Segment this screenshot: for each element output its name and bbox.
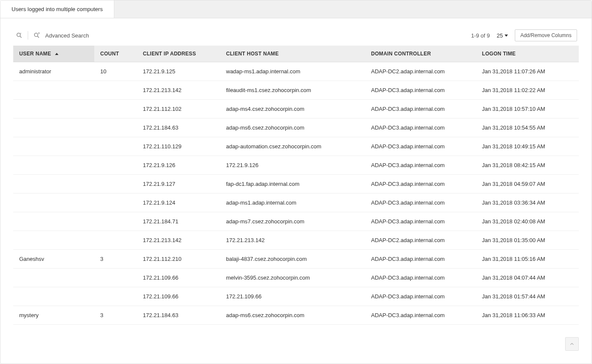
search-icon[interactable]: × xyxy=(15,31,23,40)
page-size-selector[interactable]: 25 xyxy=(496,32,508,39)
cell-host: adap-ms1.adap.internal.com xyxy=(220,194,365,212)
advanced-search-icon[interactable] xyxy=(32,31,41,40)
column-label: CLIENT IP ADDRESS xyxy=(143,51,196,57)
column-label: COUNT xyxy=(100,51,119,57)
svg-line-4 xyxy=(38,36,39,38)
cell-dc: ADAP-DC3.adap.internal.com xyxy=(365,81,476,100)
cell-ip: 172.21.110.129 xyxy=(137,137,220,156)
cell-time: Jan 31,2018 03:36:34 AM xyxy=(476,194,579,212)
cell-host: 172.21.109.66 xyxy=(220,287,365,306)
cell-user xyxy=(13,175,94,194)
cell-ip: 172.21.213.142 xyxy=(137,231,220,250)
cell-dc: ADAP-DC2.adap.internal.com xyxy=(365,231,476,250)
table-row[interactable]: 172.21.109.66melvin-3595.csez.zohocorpin… xyxy=(13,269,579,287)
column-header-client-host[interactable]: CLIENT HOST NAME xyxy=(220,46,365,62)
cell-host: fap-dc1.fap.adap.internal.com xyxy=(220,175,365,194)
cell-host: adap-ms7.csez.zohocorpin.com xyxy=(220,212,365,231)
cell-dc: ADAP-DC3.adap.internal.com xyxy=(365,137,476,156)
cell-ip: 172.21.109.66 xyxy=(137,269,220,287)
cell-user xyxy=(13,269,94,287)
cell-ip: 172.21.112.102 xyxy=(137,100,220,118)
toolbar-left: × Advanced Search xyxy=(15,31,89,40)
table-row[interactable]: 172.21.184.63adap-ms6.csez.zohocorpin.co… xyxy=(13,118,579,137)
cell-count xyxy=(94,81,137,100)
table-row[interactable]: 172.21.9.124adap-ms1.adap.internal.comAD… xyxy=(13,194,579,212)
scroll-to-top-button[interactable] xyxy=(565,337,579,351)
cell-host: balaji-4837.csez.zohocorpin.com xyxy=(220,250,365,269)
cell-count xyxy=(94,212,137,231)
cell-time: Jan 31,2018 02:40:08 AM xyxy=(476,212,579,231)
cell-count: 3 xyxy=(94,306,137,325)
cell-dc: ADAP-DC3.adap.internal.com xyxy=(365,269,476,287)
cell-ip: 172.21.184.63 xyxy=(137,118,220,137)
toolbar-divider xyxy=(28,31,28,40)
page-size-value: 25 xyxy=(496,32,502,39)
column-header-client-ip[interactable]: CLIENT IP ADDRESS xyxy=(137,46,220,62)
table-row[interactable]: administrator10172.21.9.125wadap-ms1.ada… xyxy=(13,62,579,81)
cell-count: 3 xyxy=(94,250,137,269)
pagination-info: 1-9 of 9 xyxy=(471,32,490,39)
table-row[interactable]: 172.21.213.142fileaudit-ms1.csez.zohocor… xyxy=(13,81,579,100)
add-remove-columns-button[interactable]: Add/Remove Columns xyxy=(515,29,577,41)
table-row[interactable]: 172.21.9.127fap-dc1.fap.adap.internal.co… xyxy=(13,175,579,194)
cell-count xyxy=(94,194,137,212)
cell-dc: ADAP-DC3.adap.internal.com xyxy=(365,156,476,175)
sort-ascending-icon xyxy=(55,53,58,55)
logon-table: USER NAME COUNT CLIENT IP ADDRESS CLIENT… xyxy=(13,46,579,325)
cell-host: adap-automation.csez.zohocorpin.com xyxy=(220,137,365,156)
table-body: administrator10172.21.9.125wadap-ms1.ada… xyxy=(13,62,579,325)
cell-user xyxy=(13,194,94,212)
table-row[interactable]: 172.21.109.66172.21.109.66ADAP-DC3.adap.… xyxy=(13,287,579,306)
tab-users-multiple-computers[interactable]: Users logged into multiple computers xyxy=(0,0,114,18)
cell-dc: ADAP-DC3.adap.internal.com xyxy=(365,100,476,118)
cell-count xyxy=(94,118,137,137)
cell-ip: 172.21.9.124 xyxy=(137,194,220,212)
cell-time: Jan 31,2018 11:06:33 AM xyxy=(476,306,579,325)
cell-host: 172.21.9.126 xyxy=(220,156,365,175)
cell-user xyxy=(13,81,94,100)
cell-count xyxy=(94,269,137,287)
table-row[interactable]: Ganeshsv3172.21.112.210balaji-4837.csez.… xyxy=(13,250,579,269)
cell-host: fileaudit-ms1.csez.zohocorpin.com xyxy=(220,81,365,100)
cell-count xyxy=(94,287,137,306)
column-header-count[interactable]: COUNT xyxy=(94,46,137,62)
cell-time: Jan 31,2018 04:59:07 AM xyxy=(476,175,579,194)
cell-ip: 172.21.9.125 xyxy=(137,62,220,81)
cell-ip: 172.21.112.210 xyxy=(137,250,220,269)
table-row[interactable]: 172.21.110.129adap-automation.csez.zohoc… xyxy=(13,137,579,156)
advanced-search-link[interactable]: Advanced Search xyxy=(45,32,89,39)
table-header: USER NAME COUNT CLIENT IP ADDRESS CLIENT… xyxy=(13,46,579,62)
table-row[interactable]: 172.21.213.142172.21.213.142ADAP-DC2.ada… xyxy=(13,231,579,250)
table-row[interactable]: 172.21.112.102adap-ms4.csez.zohocorpin.c… xyxy=(13,100,579,118)
cell-host: wadap-ms1.adap.internal.com xyxy=(220,62,365,81)
svg-text:×: × xyxy=(20,32,21,35)
cell-ip: 172.21.213.142 xyxy=(137,81,220,100)
cell-ip: 172.21.184.63 xyxy=(137,306,220,325)
cell-time: Jan 31,2018 01:57:44 AM xyxy=(476,287,579,306)
cell-count xyxy=(94,231,137,250)
cell-user: administrator xyxy=(13,62,94,81)
cell-time: Jan 31,2018 10:49:15 AM xyxy=(476,137,579,156)
cell-ip: 172.21.109.66 xyxy=(137,287,220,306)
cell-user xyxy=(13,231,94,250)
table-row[interactable]: 172.21.184.71adap-ms7.csez.zohocorpin.co… xyxy=(13,212,579,231)
cell-time: Jan 31,2018 10:57:10 AM xyxy=(476,100,579,118)
column-label: USER NAME xyxy=(19,51,51,57)
cell-host: adap-ms4.csez.zohocorpin.com xyxy=(220,100,365,118)
cell-ip: 172.21.9.127 xyxy=(137,175,220,194)
cell-dc: ADAP-DC3.adap.internal.com xyxy=(365,194,476,212)
cell-host: adap-ms6.csez.zohocorpin.com xyxy=(220,306,365,325)
cell-dc: ADAP-DC3.adap.internal.com xyxy=(365,306,476,325)
cell-dc: ADAP-DC3.adap.internal.com xyxy=(365,212,476,231)
cell-user xyxy=(13,118,94,137)
svg-point-3 xyxy=(35,33,38,37)
column-header-logon-time[interactable]: LOGON TIME xyxy=(476,46,579,62)
table-row[interactable]: mystery3172.21.184.63adap-ms6.csez.zohoc… xyxy=(13,306,579,325)
svg-line-1 xyxy=(20,36,21,38)
table-row[interactable]: 172.21.9.126172.21.9.126ADAP-DC3.adap.in… xyxy=(13,156,579,175)
column-header-domain-controller[interactable]: DOMAIN CONTROLLER xyxy=(365,46,476,62)
column-header-user-name[interactable]: USER NAME xyxy=(13,46,94,62)
chevron-up-icon xyxy=(569,341,575,347)
tab-bar: Users logged into multiple computers xyxy=(0,0,592,18)
chevron-down-icon xyxy=(505,35,508,37)
